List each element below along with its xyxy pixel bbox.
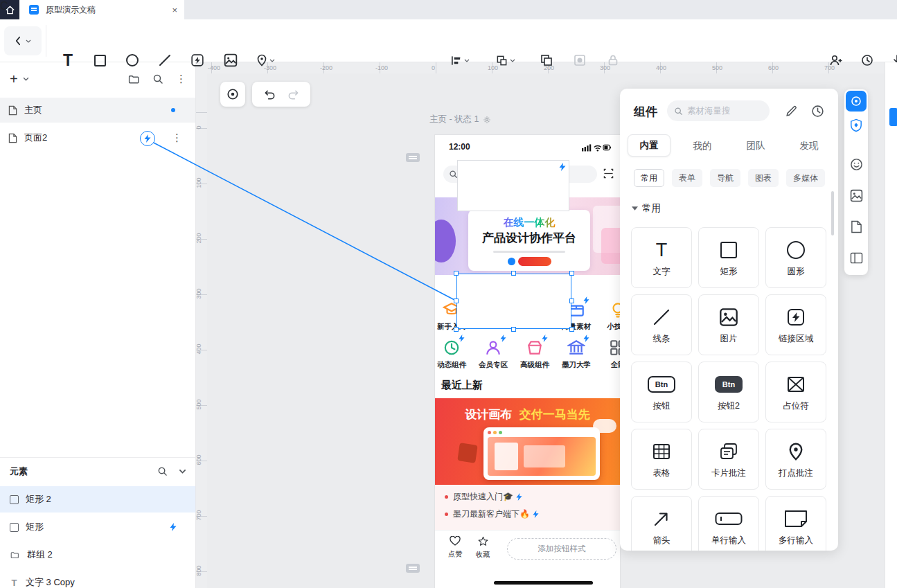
tab-team[interactable]: 团队 <box>734 140 777 152</box>
redo-icon[interactable] <box>287 89 299 100</box>
chip-media[interactable]: 多媒体 <box>786 169 825 187</box>
mask-tool[interactable] <box>567 47 593 73</box>
component-card-text[interactable]: T 文字 <box>631 227 692 288</box>
component-card-rectangle[interactable]: 矩形 <box>698 227 759 288</box>
resize-handle-n[interactable] <box>511 271 516 276</box>
align-tool[interactable] <box>443 47 477 73</box>
page-item-home[interactable]: 主页 <box>0 98 196 123</box>
chip-chart[interactable]: 图表 <box>748 169 779 187</box>
close-tab-icon[interactable]: × <box>172 5 177 15</box>
element-item-rect[interactable]: 矩形 <box>0 514 196 540</box>
history-icon[interactable] <box>811 105 824 118</box>
tab-builtin[interactable]: 内置 <box>628 134 670 157</box>
favorite-button[interactable]: 收藏 <box>471 536 495 560</box>
add-page-button[interactable]: + <box>10 71 18 87</box>
text-tool[interactable]: T <box>55 47 80 73</box>
resize-handle-e[interactable] <box>569 299 574 303</box>
circle-tool[interactable] <box>120 47 145 73</box>
emoji-strip-button[interactable] <box>849 157 863 171</box>
chip-common[interactable]: 常用 <box>634 169 664 187</box>
refresh-icon[interactable]: C <box>0 0 8 12</box>
page-item-page2[interactable]: 页面2 ⋮ <box>0 125 196 150</box>
tab-mine[interactable]: 我的 <box>681 140 724 152</box>
canvas-comment-marker[interactable] <box>406 153 420 162</box>
assets-shield-button[interactable] <box>849 118 863 132</box>
back-navigation[interactable] <box>4 26 42 55</box>
section-header-common[interactable]: 常用 <box>632 202 661 215</box>
component-card-table[interactable]: 表格 <box>631 429 692 490</box>
components-strip-button[interactable] <box>846 91 867 112</box>
invite-button[interactable] <box>823 47 849 73</box>
component-card-link-area[interactable]: 链接区域 <box>765 294 826 355</box>
chevron-down-icon[interactable] <box>179 469 186 474</box>
resize-handle-w[interactable] <box>454 299 459 303</box>
component-card-button2[interactable]: Btn 按钮2 <box>698 362 759 422</box>
news-item[interactable]: 墨刀最新客户端下🔥 <box>445 508 620 520</box>
image-strip-button[interactable] <box>849 188 863 202</box>
chevron-down-icon[interactable] <box>23 77 29 81</box>
kebab-menu-icon[interactable]: ⋮ <box>172 132 182 144</box>
component-card-multi-input[interactable]: 多行输入 <box>765 496 826 551</box>
phone-app-item[interactable]: 全部 <box>598 337 620 370</box>
resize-handle-sw[interactable] <box>454 327 459 332</box>
components-search[interactable] <box>667 100 770 121</box>
element-item-text3copy[interactable]: T 文字 3 Copy <box>0 569 196 588</box>
selected-rectangle[interactable] <box>456 274 571 329</box>
canvas-rectangle-element[interactable] <box>457 160 569 211</box>
panel-scrollbar[interactable] <box>831 191 834 235</box>
element-item-rect2[interactable]: 矩形 2 <box>0 486 196 513</box>
component-card-card-note[interactable]: 卡片批注 <box>698 429 759 490</box>
phone-app-item[interactable]: 高级组件 <box>515 337 554 370</box>
kebab-menu-icon[interactable]: ⋮ <box>176 73 186 85</box>
focus-target-button[interactable] <box>220 82 245 107</box>
search-icon[interactable] <box>157 466 168 476</box>
add-button-style-button[interactable]: 添加按钮样式 <box>507 538 616 560</box>
resize-handle-s[interactable] <box>511 327 516 332</box>
history-button[interactable] <box>854 47 880 73</box>
chip-form[interactable]: 表单 <box>672 169 702 187</box>
resize-handle-se[interactable] <box>569 327 574 332</box>
like-button[interactable]: 点赞 <box>443 536 467 559</box>
canvas-comment-marker[interactable] <box>406 564 420 573</box>
phone-app-item[interactable]: 小技巧 <box>598 299 620 332</box>
component-card-button[interactable]: Btn 按钮 <box>631 362 692 422</box>
component-card-line[interactable]: 线条 <box>631 294 692 355</box>
rectangle-tool[interactable] <box>87 47 112 73</box>
lock-tool[interactable] <box>600 47 626 73</box>
layer-order-tool[interactable] <box>489 47 522 73</box>
search-icon[interactable] <box>152 73 163 84</box>
app-item-label: 全部 <box>598 360 620 370</box>
news-item[interactable]: 原型快速入门🎓 <box>445 491 620 503</box>
resize-handle-nw[interactable] <box>454 271 459 276</box>
undo-icon[interactable] <box>264 89 276 100</box>
document-tab[interactable]: 原型演示文稿 × <box>19 0 184 19</box>
gear-icon[interactable] <box>483 116 491 124</box>
annotation-pin-tool[interactable] <box>249 47 281 73</box>
scan-icon[interactable] <box>603 168 614 179</box>
resize-handle-ne[interactable] <box>569 271 574 276</box>
chip-nav[interactable]: 导航 <box>710 169 740 187</box>
pencil-icon[interactable] <box>785 105 798 118</box>
image-tool[interactable] <box>218 47 243 73</box>
element-item-group2[interactable]: 群组 2 <box>0 542 196 568</box>
component-card-image[interactable]: 图片 <box>698 294 759 355</box>
file-strip-button[interactable] <box>849 220 863 233</box>
component-card-placeholder[interactable]: 占位符 <box>765 362 826 422</box>
promo-banner[interactable]: 设计画布 交付一马当先 <box>435 398 620 485</box>
component-card-arrow[interactable]: 箭头 <box>631 496 692 551</box>
link-area-tool[interactable] <box>185 47 210 73</box>
components-search-input[interactable] <box>687 106 756 116</box>
component-card-pin-note[interactable]: 打点批注 <box>765 429 826 490</box>
artboard-header[interactable]: 主页 - 状态 1 <box>429 114 491 125</box>
group-tool[interactable] <box>533 47 560 73</box>
component-card-single-input[interactable]: 单行输入 <box>698 496 759 551</box>
line-tool[interactable] <box>152 47 177 73</box>
phone-app-item[interactable]: 墨刀大学 <box>557 337 596 370</box>
interaction-source-icon[interactable] <box>140 131 155 146</box>
phone-app-item[interactable]: 动态组件 <box>435 337 471 370</box>
phone-app-item[interactable]: 会员专区 <box>474 337 513 370</box>
component-card-circle[interactable]: 圆形 <box>765 227 826 288</box>
layout-strip-button[interactable] <box>849 251 863 265</box>
folder-icon[interactable] <box>128 73 140 85</box>
tab-discover[interactable]: 发现 <box>788 140 831 152</box>
